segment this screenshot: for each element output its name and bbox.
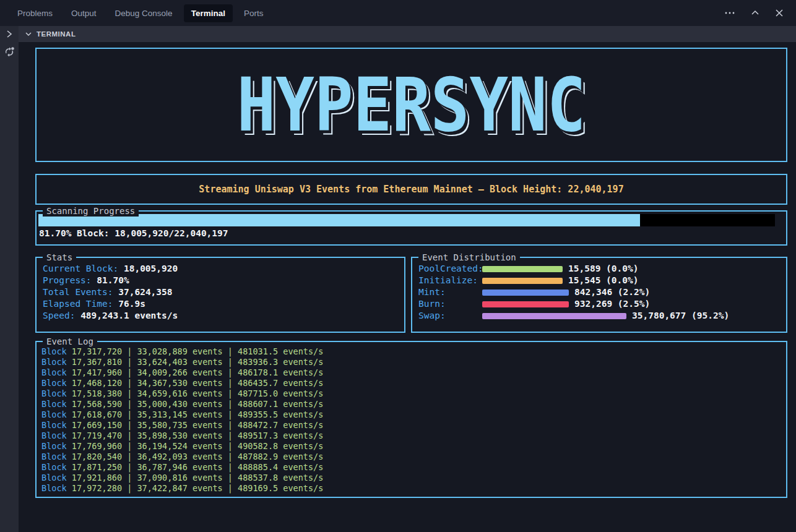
log-events-count: 33,624,403 [137, 357, 187, 367]
event-distribution-box: Event Distribution PoolCreated: 15,589 (… [411, 257, 787, 333]
progress-status-text: 81.70% Block: 18,005,920/22,040,197 [38, 228, 784, 238]
log-block-number: 17,367,810 [72, 357, 122, 367]
log-events-word: events [193, 410, 223, 419]
panel-tab[interactable]: Ports [236, 4, 271, 22]
distribution-bar [482, 301, 569, 307]
log-rate-value: 486435.7 [238, 378, 278, 388]
log-block-number: 17,417,960 [72, 367, 122, 377]
log-rate-word: events/s [283, 357, 323, 367]
log-block-word: Block [41, 452, 67, 461]
log-rate-word: events/s [283, 367, 323, 377]
log-rate-value: 483936.3 [238, 357, 278, 367]
log-block-word: Block [41, 357, 67, 367]
distribution-bar [482, 278, 563, 284]
log-rate-value: 488607.1 [238, 399, 278, 409]
panel-tab[interactable]: Debug Console [108, 4, 180, 22]
distribution-row: Mint: 842,346 (2.2%) [418, 286, 786, 298]
distribution-row: Burn: 932,269 (2.5%) [418, 298, 786, 310]
chevron-right-expand-icon[interactable] [5, 29, 14, 39]
stat-label: Elapsed Time: [43, 299, 113, 309]
more-actions-icon[interactable] [724, 7, 735, 19]
log-block-number: 17,468,120 [72, 378, 122, 388]
log-rate-value: 489517.3 [238, 431, 278, 440]
log-events-word: events [193, 431, 223, 440]
log-events-word: events [193, 367, 223, 377]
log-block-number: 17,568,590 [72, 399, 122, 409]
log-events-word: events [193, 420, 223, 430]
panel-tab[interactable]: Output [64, 4, 104, 22]
log-block-word: Block [41, 367, 67, 377]
log-rate-word: events/s [283, 388, 323, 398]
event-log-row: Block 17,417,960 | 34,009,266 events | 4… [41, 367, 786, 378]
stat-value: 489,243.1 events/s [80, 311, 178, 320]
log-block-number: 17,871,250 [72, 462, 122, 472]
distribution-value: 15,589 (0.0%) [568, 263, 639, 275]
log-separator: | [228, 357, 233, 367]
log-block-number: 17,518,380 [72, 388, 122, 398]
distribution-bar [482, 266, 563, 272]
log-rate-value: 490582.8 [238, 441, 278, 451]
log-rate-word: events/s [283, 346, 323, 356]
log-events-word: events [193, 388, 223, 398]
panel-tabs: Problems Output Debug Console Terminal P… [10, 4, 270, 22]
distribution-label: Swap: [418, 310, 482, 322]
panel-tab[interactable]: Problems [10, 4, 60, 22]
hypersync-ascii-title: HYPERSYNC [237, 68, 586, 142]
chevron-down-icon[interactable] [25, 30, 32, 38]
close-panel-icon[interactable] [775, 9, 784, 17]
stat-row: Speed: 489,243.1 events/s [43, 310, 404, 322]
vscode-panel-window: Problems Output Debug Console Terminal P… [0, 0, 796, 532]
distribution-value: 842,346 (2.2%) [574, 286, 650, 298]
distribution-value: 932,269 (2.5%) [574, 298, 650, 310]
distribution-row: Initialize: 15,545 (0.0%) [418, 275, 786, 286]
log-block-number: 17,921,860 [72, 473, 122, 483]
distribution-label: Mint: [418, 286, 482, 298]
event-log-row: Block 17,820,540 | 36,492,093 events | 4… [41, 452, 786, 462]
event-log-box: Event Log Block 17,317,720 | 33,028,889 … [35, 341, 787, 498]
distribution-label: PoolCreated: [418, 263, 482, 275]
maximize-panel-icon[interactable] [750, 8, 760, 18]
log-separator: | [228, 399, 233, 409]
log-rate-word: events/s [283, 410, 323, 419]
log-separator: | [228, 431, 233, 440]
log-separator: | [228, 462, 233, 472]
log-events-word: events [193, 452, 223, 461]
stat-row: Progress: 81.70% [43, 275, 404, 286]
panel-tab-bar: Problems Output Debug Console Terminal P… [0, 0, 796, 26]
log-separator: | [228, 441, 233, 451]
log-events-count: 35,898,530 [137, 431, 187, 440]
sync-refresh-icon[interactable] [4, 46, 15, 58]
log-separator: | [228, 346, 233, 356]
terminal-viewport[interactable]: HYPERSYNC Streaming Uniswap V3 Events fr… [19, 42, 796, 532]
log-separator: | [228, 388, 233, 398]
log-block-word: Block [41, 399, 67, 409]
log-block-word: Block [41, 431, 67, 440]
log-rate-word: events/s [283, 473, 323, 483]
panel-tab[interactable]: Terminal [184, 4, 233, 22]
distribution-label: Initialize: [418, 275, 482, 286]
distribution-value: 15,545 (0.0%) [568, 275, 639, 286]
log-events-count: 34,659,616 [137, 388, 187, 398]
stat-row: Total Events: 37,624,358 [43, 286, 404, 298]
stats-title: Stats [43, 252, 76, 263]
log-rate-value: 488472.7 [238, 420, 278, 430]
log-block-word: Block [41, 473, 67, 483]
event-log-row: Block 17,518,380 | 34,659,616 events | 4… [41, 388, 786, 399]
log-block-word: Block [41, 378, 67, 388]
stat-label: Speed: [43, 311, 75, 320]
log-events-word: events [193, 483, 223, 493]
log-block-number: 17,972,280 [72, 483, 122, 493]
log-rate-word: events/s [283, 462, 323, 472]
event-log-row: Block 17,769,960 | 36,194,524 events | 4… [41, 441, 786, 452]
log-rate-value: 486178.1 [238, 367, 278, 377]
log-events-count: 36,194,524 [137, 441, 187, 451]
log-rate-word: events/s [283, 441, 323, 451]
log-rate-value: 487715.0 [238, 388, 278, 398]
log-rate-word: events/s [283, 420, 323, 430]
event-log-row: Block 17,618,670 | 35,313,145 events | 4… [41, 410, 786, 420]
distribution-value: 35,780,677 (95.2%) [632, 310, 729, 322]
streaming-message-text: Streaming Uniswap V3 Events from Ethereu… [199, 184, 623, 195]
log-block-word: Block [41, 420, 67, 430]
log-rate-value: 489169.5 [238, 483, 278, 493]
stat-value: 81.70% [97, 275, 129, 285]
